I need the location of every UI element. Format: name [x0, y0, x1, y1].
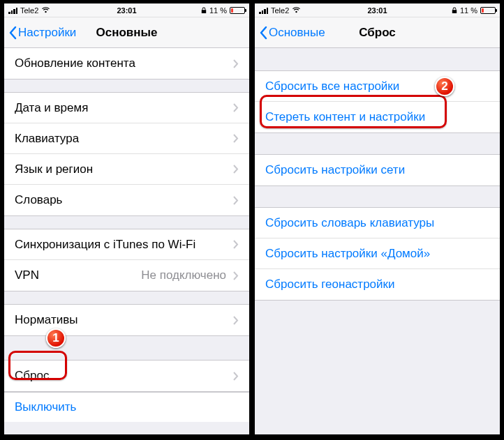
row-shutdown[interactable]: Выключить — [4, 392, 249, 422]
row-label: Синхронизация с iTunes по Wi-Fi — [15, 238, 195, 252]
row-regulatory[interactable]: Нормативы — [4, 305, 249, 335]
row-reset-keyboard-dictionary[interactable]: Сбросить словарь клавиатуры — [255, 208, 500, 238]
chevron-right-icon — [233, 240, 239, 249]
row-itunes-wifi-sync[interactable]: Синхронизация с iTunes по Wi-Fi — [4, 229, 249, 260]
row-reset[interactable]: Сброс — [4, 361, 249, 391]
row-label: Словарь — [15, 193, 62, 207]
chevron-right-icon — [233, 316, 239, 325]
row-keyboard[interactable]: Клавиатура — [4, 123, 249, 154]
chevron-right-icon — [233, 196, 239, 205]
row-date-time[interactable]: Дата и время — [4, 93, 249, 123]
row-label: Выключить — [15, 400, 76, 414]
chevron-right-icon — [233, 271, 239, 280]
row-label: Сбросить все настройки — [265, 79, 399, 93]
row-label: Нормативы — [15, 313, 78, 327]
phone-right-reset: Tele2 23:01 11 % Основные Сброс Сбросить… — [254, 3, 501, 435]
status-time: 23:01 — [4, 6, 249, 15]
row-label: VPN — [15, 268, 39, 282]
row-label: Клавиатура — [15, 132, 79, 146]
settings-list[interactable]: Обновление контента Дата и время Клавиат… — [4, 48, 249, 434]
row-label: Стереть контент и настройки — [265, 110, 425, 124]
row-reset-home-layout[interactable]: Сбросить настройки «Домой» — [255, 238, 500, 269]
back-button[interactable]: Основные — [255, 26, 325, 40]
back-button[interactable]: Настройки — [4, 26, 76, 40]
chevron-right-icon — [233, 372, 239, 381]
row-reset-all-settings[interactable]: Сбросить все настройки — [255, 71, 500, 102]
nav-bar: Настройки Основные — [4, 17, 249, 48]
row-label: Сбросить геонастройки — [265, 278, 395, 291]
chevron-right-icon — [233, 134, 239, 143]
vpn-status: Не подключено — [141, 268, 226, 282]
row-vpn[interactable]: VPN Не подключено — [4, 260, 249, 291]
phone-left-general: Tele2 23:01 11 % Настройки Основные Обно… — [3, 3, 250, 435]
row-label: Сбросить словарь клавиатуры — [265, 216, 434, 230]
battery-icon — [480, 7, 496, 14]
back-label: Настройки — [18, 26, 76, 40]
nav-bar: Основные Сброс — [255, 17, 500, 48]
row-label: Сбросить настройки сети — [265, 163, 405, 177]
chevron-right-icon — [233, 103, 239, 112]
row-erase-all-content[interactable]: Стереть контент и настройки — [255, 102, 500, 132]
row-label: Сбросить настройки «Домой» — [265, 247, 430, 261]
back-label: Основные — [269, 26, 325, 40]
row-reset-network[interactable]: Сбросить настройки сети — [255, 155, 500, 185]
status-time: 23:01 — [255, 6, 500, 15]
row-label: Сброс — [15, 369, 49, 383]
chevron-right-icon — [233, 165, 239, 174]
reset-list[interactable]: Сбросить все настройки Стереть контент и… — [255, 48, 500, 434]
status-bar: Tele2 23:01 11 % — [4, 3, 249, 17]
row-label: Обновление контента — [15, 56, 135, 70]
row-language-region[interactable]: Язык и регион — [4, 154, 249, 185]
status-bar: Tele2 23:01 11 % — [255, 3, 500, 17]
chevron-left-icon — [8, 26, 17, 40]
battery-icon — [230, 7, 245, 14]
chevron-right-icon — [233, 59, 239, 68]
chevron-left-icon — [259, 26, 267, 40]
row-dictionary[interactable]: Словарь — [4, 185, 249, 215]
row-content-update[interactable]: Обновление контента — [4, 48, 249, 79]
row-reset-location[interactable]: Сбросить геонастройки — [255, 269, 500, 300]
row-label: Язык и регион — [15, 162, 93, 176]
row-label: Дата и время — [15, 101, 88, 115]
